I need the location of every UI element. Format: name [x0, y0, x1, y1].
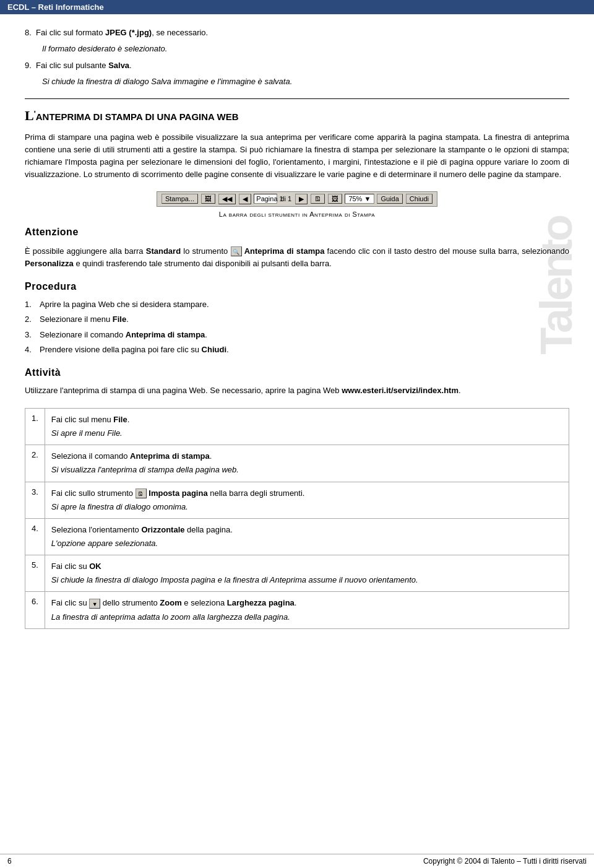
intro-9-num: 9.	[25, 61, 32, 70]
intro-9-result: Si chiude la finestra di dialogo Salva i…	[42, 76, 569, 88]
toolbar-prev-btn: ◀	[239, 194, 251, 204]
step-content-1: Fai clic sul menu File. Si apre il menu …	[45, 408, 569, 445]
attenzione-block: Attenzione È possibile aggiungere alla b…	[25, 227, 569, 270]
toolbar-back-btn: ◀◀	[218, 194, 236, 204]
toolbar-next-btn: ▶	[295, 194, 308, 204]
step-content-2: Seleziona il comando Anteprima di stampa…	[45, 445, 569, 482]
intro-8-result: Il formato desiderato è selezionato.	[42, 43, 569, 55]
toolbar-caption: La barra degli strumenti in Anteprima di…	[25, 210, 569, 218]
header-title: ECDL – Reti Informatiche	[7, 2, 104, 12]
intro-item-8: 8. Fai clic sul formato JPEG (*.jpg), se…	[25, 27, 569, 54]
list-item: 1. Aprire la pagina Web che si desidera …	[25, 298, 569, 311]
zoom-dropdown-icon: ▼	[89, 599, 100, 609]
footer-page-num: 6	[7, 857, 12, 866]
step-num-3: 3.	[25, 482, 45, 518]
procedura-heading: Procedura	[25, 281, 569, 292]
table-row: 3. Fai clic sullo strumento 🖻 Imposta pa…	[25, 482, 569, 518]
table-row: 6. Fai clic su ▼ dello strumento Zoom e …	[25, 592, 569, 628]
attivita-section: Attività Utilizzare l'anteprima di stamp…	[25, 367, 569, 397]
toolbar-icon1-btn: 🖽	[201, 194, 215, 204]
attivita-heading: Attività	[25, 367, 569, 378]
toolbar-close-btn: Chiudi	[406, 194, 433, 204]
step-content-5: Fai clic su OK Si chiude la finestra di …	[45, 555, 569, 592]
toolbar-stampa-btn: Stampa...	[161, 194, 198, 204]
procedura-section: Procedura 1. Aprire la pagina Web che si…	[25, 281, 569, 356]
procedura-list: 1. Aprire la pagina Web che si desidera …	[25, 298, 569, 356]
step-content-4: Seleziona l'orientamento Orizzontale del…	[45, 518, 569, 555]
footer-copyright: Copyright © 2004 di Talento – Tutti i di…	[423, 857, 587, 866]
attenzione-heading: Attenzione	[25, 227, 569, 238]
table-row: 1. Fai clic sul menu File. Si apre il me…	[25, 408, 569, 445]
anteprima-section: L'ANTEPRIMA DI STAMPA DI UNA PAGINA WEB …	[25, 108, 569, 181]
toolbar-of-label: di 1	[280, 195, 291, 202]
step-num-2: 2.	[25, 445, 45, 482]
toolbar-icon2-btn: 🖻	[311, 194, 325, 204]
list-item: 2. Selezionare il menu File.	[25, 313, 569, 326]
step-num-1: 1.	[25, 408, 45, 445]
table-row: 4. Seleziona l'orientamento Orizzontale …	[25, 518, 569, 555]
step-num-5: 5.	[25, 555, 45, 592]
attivita-text: Utilizzare l'anteprima di stampa di una …	[25, 384, 569, 397]
toolbar-container: Stampa... 🖽 ◀◀ ◀ Pagina 1 di 1 ▶ 🖻 🖼 75%…	[25, 191, 569, 207]
anteprima-heading: L'ANTEPRIMA DI STAMPA DI UNA PAGINA WEB	[25, 108, 569, 124]
page-footer: 6 Copyright © 2004 di Talento – Tutti i …	[0, 854, 594, 868]
step-content-6: Fai clic su ▼ dello strumento Zoom e sel…	[45, 592, 569, 628]
toolbar-guide-btn: Guida	[377, 194, 402, 204]
intro-item-9: 9. Fai clic sul pulsante Salva. Si chiud…	[25, 59, 569, 87]
step-num-4: 4.	[25, 518, 45, 555]
steps-table: 1. Fai clic sul menu File. Si apre il me…	[25, 408, 569, 629]
anteprima-paragraph: Prima di stampare una pagina web è possi…	[25, 131, 569, 181]
imposta-pagina-icon: 🖻	[136, 488, 147, 498]
table-row: 2. Seleziona il comando Anteprima di sta…	[25, 445, 569, 482]
toolbar-icon3-btn: 🖼	[328, 194, 342, 204]
step-content-3: Fai clic sullo strumento 🖻 Imposta pagin…	[45, 482, 569, 518]
intro-8-num: 8.	[25, 28, 32, 37]
toolbar-page-label: Pagina 1	[254, 194, 277, 204]
step-num-6: 6.	[25, 592, 45, 628]
toolbar-image: Stampa... 🖽 ◀◀ ◀ Pagina 1 di 1 ▶ 🖻 🖼 75%…	[157, 191, 437, 207]
list-item: 4. Prendere visione della pagina poi far…	[25, 344, 569, 356]
table-row: 5. Fai clic su OK Si chiude la finestra …	[25, 555, 569, 592]
attenzione-text: È possibile aggiungere alla barra Standa…	[25, 245, 569, 270]
intro-section: 8. Fai clic sul formato JPEG (*.jpg), se…	[25, 27, 569, 87]
anteprima-stampa-icon: 🔍	[231, 246, 242, 256]
page-header: ECDL – Reti Informatiche	[0, 0, 594, 14]
section-divider	[25, 98, 569, 99]
toolbar-zoom-select: 75% ▼	[345, 194, 374, 204]
list-item: 3. Selezionare il comando Anteprima di s…	[25, 329, 569, 341]
